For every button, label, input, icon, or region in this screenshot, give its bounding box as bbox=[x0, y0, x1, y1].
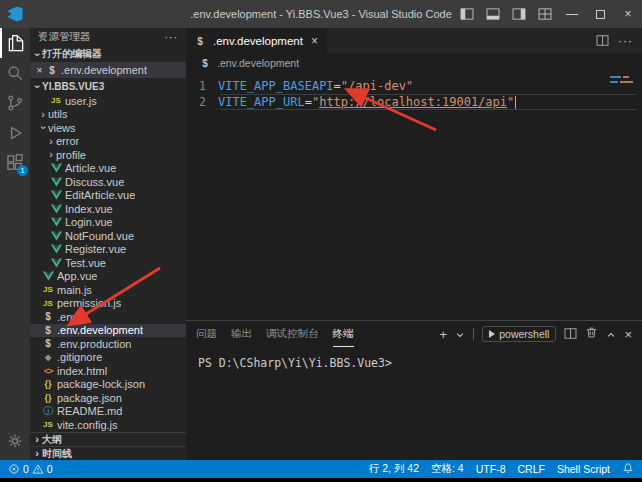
tree-item-App.vue[interactable]: App.vue bbox=[30, 270, 186, 284]
titlebar: .env.development - Yi.BBS.Vue3 - Visual … bbox=[0, 0, 642, 28]
tree-item-user.js[interactable]: JSuser.js bbox=[30, 94, 186, 108]
activity-bar: 1 bbox=[0, 28, 30, 460]
shell-selector[interactable]: powershell bbox=[482, 326, 556, 342]
activitybar-run-debug[interactable] bbox=[0, 118, 30, 148]
panel-actions: + powershell bbox=[440, 325, 632, 343]
tree-item-Discuss.vue[interactable]: Discuss.vue bbox=[30, 175, 186, 189]
tree-item-.env.production[interactable]: $.env.production bbox=[30, 337, 186, 351]
close-button[interactable]: × bbox=[614, 0, 642, 28]
tree-item-Login.vue[interactable]: Login.vue bbox=[30, 216, 186, 230]
split-terminal-icon[interactable] bbox=[564, 325, 577, 343]
kill-terminal-icon[interactable] bbox=[585, 325, 598, 343]
tree-item-.gitignore[interactable]: ◆.gitignore bbox=[30, 351, 186, 365]
terminal-prompt: PS D:\CSharp\Yi\Yi.BBS.Vue3> bbox=[198, 356, 392, 370]
js-file-icon: JS bbox=[50, 96, 62, 105]
tree-item-vite.config.js[interactable]: JSvite.config.js bbox=[30, 418, 186, 432]
vscode-window: .env.development - Yi.BBS.Vue3 - Visual … bbox=[0, 0, 642, 482]
activitybar-manage[interactable] bbox=[0, 426, 30, 456]
env-file-icon: $ bbox=[42, 311, 54, 322]
breadcrumb[interactable]: $ .env.development bbox=[186, 54, 642, 72]
file-tree: JSuser.js›utils›views›error›profileArtic… bbox=[30, 94, 186, 432]
timeline-header[interactable]: › 时间线 bbox=[30, 446, 186, 460]
code-editor[interactable]: 1VITE_APP_BASEAPI="/api-dev"2VITE_APP_UR… bbox=[186, 72, 642, 320]
terminal[interactable]: PS D:\CSharp\Yi\Yi.BBS.Vue3> bbox=[186, 347, 642, 460]
project-header[interactable]: › YI.BBS.VUE3 bbox=[30, 78, 186, 94]
chevron-right-icon: › bbox=[32, 434, 42, 445]
files-icon bbox=[6, 33, 26, 53]
bottom-panel: 问题输出调试控制台终端 + powershell bbox=[186, 320, 642, 460]
tree-item-.env.development[interactable]: $.env.development bbox=[30, 324, 186, 338]
window-controls: — × bbox=[454, 0, 642, 28]
outline-header[interactable]: › 大纲 bbox=[30, 432, 186, 446]
maximize-button[interactable] bbox=[586, 0, 614, 28]
chevron-icon: › bbox=[38, 123, 49, 133]
vue-file-icon bbox=[50, 217, 62, 227]
search-icon bbox=[5, 63, 25, 83]
tree-item-.env[interactable]: $.env bbox=[30, 310, 186, 324]
vue-file-icon bbox=[42, 271, 54, 281]
toggle-panel-icon[interactable] bbox=[480, 0, 506, 28]
tree-item-profile[interactable]: ›profile bbox=[30, 148, 186, 162]
sidebar-title: 资源管理器 bbox=[38, 30, 91, 44]
panel-tab-终端[interactable]: 终端 bbox=[333, 321, 354, 347]
tree-item-index.html[interactable]: <>index.html bbox=[30, 364, 186, 378]
code-line-2[interactable]: 2VITE_APP_URL="http://localhost:19001/ap… bbox=[186, 94, 642, 110]
minimize-button[interactable]: — bbox=[558, 0, 586, 28]
chevron-icon: › bbox=[46, 136, 56, 147]
env-file-icon: $ bbox=[42, 338, 54, 349]
toggle-sidebar-icon[interactable] bbox=[454, 0, 480, 28]
status-problems[interactable]: 0 0 bbox=[8, 463, 53, 475]
code-line-1[interactable]: 1VITE_APP_BASEAPI="/api-dev" bbox=[186, 78, 642, 94]
toggle-secondary-sidebar-icon[interactable] bbox=[506, 0, 532, 28]
open-editors-header[interactable]: › 打开的编辑器 bbox=[30, 46, 186, 62]
tree-item-error[interactable]: ›error bbox=[30, 135, 186, 149]
vue-file-icon bbox=[50, 244, 62, 254]
panel-tab-调试控制台[interactable]: 调试控制台 bbox=[266, 321, 319, 347]
tree-item-EditArticle.vue[interactable]: EditArticle.vue bbox=[30, 189, 186, 203]
warning-icon bbox=[32, 463, 44, 475]
activitybar-source-control[interactable] bbox=[0, 88, 30, 118]
status-cursor-position[interactable]: 行 2, 列 42 bbox=[369, 462, 419, 476]
minimap bbox=[610, 76, 636, 86]
close-editor-icon[interactable]: × bbox=[33, 64, 46, 76]
status-language[interactable]: Shell Script bbox=[557, 463, 610, 475]
tree-item-Register.vue[interactable]: Register.vue bbox=[30, 243, 186, 257]
tree-item-README.md[interactable]: ⓘREADME.md bbox=[30, 405, 186, 419]
bottom-strip bbox=[0, 478, 642, 482]
close-panel-icon[interactable]: × bbox=[624, 327, 632, 342]
activitybar-explorer[interactable] bbox=[0, 28, 30, 58]
tree-item-permission.js[interactable]: JSpermission.js bbox=[30, 297, 186, 311]
activitybar-extensions[interactable]: 1 bbox=[0, 148, 30, 178]
status-eol[interactable]: CRLF bbox=[517, 463, 544, 475]
notifications-bell-icon[interactable] bbox=[622, 462, 634, 476]
tree-item-package.json[interactable]: {}package.json bbox=[30, 391, 186, 405]
tree-item-Article.vue[interactable]: Article.vue bbox=[30, 162, 186, 176]
open-editor-item[interactable]: ×$.env.development bbox=[30, 62, 186, 78]
tree-item-views[interactable]: ›views bbox=[30, 121, 186, 135]
panel-tab-输出[interactable]: 输出 bbox=[231, 321, 252, 347]
tree-item-main.js[interactable]: JSmain.js bbox=[30, 283, 186, 297]
tree-item-NotFound.vue[interactable]: NotFound.vue bbox=[30, 229, 186, 243]
js-file-icon: JS bbox=[42, 420, 54, 429]
tree-item-utils[interactable]: ›utils bbox=[30, 108, 186, 122]
terminal-dropdown-icon[interactable] bbox=[455, 325, 465, 343]
tree-item-package-lock.json[interactable]: {}package-lock.json bbox=[30, 378, 186, 392]
customize-layout-icon[interactable] bbox=[532, 0, 558, 28]
split-editor-icon[interactable] bbox=[596, 32, 609, 50]
activitybar-search[interactable] bbox=[0, 58, 30, 88]
status-encoding[interactable]: UTF-8 bbox=[476, 463, 506, 475]
status-indentation[interactable]: 空格: 4 bbox=[431, 462, 464, 476]
panel-tab-问题[interactable]: 问题 bbox=[196, 321, 217, 347]
tree-item-Test.vue[interactable]: Test.vue bbox=[30, 256, 186, 270]
tab-close-icon[interactable]: × bbox=[311, 34, 318, 48]
new-terminal-icon[interactable]: + bbox=[440, 327, 448, 342]
tab-env-development[interactable]: $ .env.development × bbox=[186, 28, 327, 54]
status-bar: 0 0 行 2, 列 42 空格: 4 UTF-8 CRLF Shell Scr… bbox=[0, 460, 642, 478]
sidebar-actions-icon[interactable]: ··· bbox=[165, 31, 179, 43]
more-actions-icon[interactable]: ··· bbox=[618, 34, 633, 48]
maximize-panel-icon[interactable] bbox=[606, 325, 616, 343]
vue-file-icon bbox=[50, 163, 62, 173]
tree-item-Index.vue[interactable]: Index.vue bbox=[30, 202, 186, 216]
chevron-down-icon: › bbox=[32, 81, 43, 91]
editor-region: $ .env.development × ··· $ .env.developm… bbox=[186, 28, 642, 460]
